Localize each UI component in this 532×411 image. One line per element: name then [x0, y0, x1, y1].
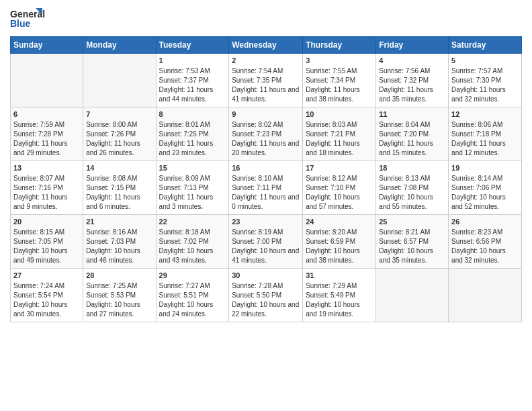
- calendar-body: 1Sunrise: 7:53 AMSunset: 7:37 PMDaylight…: [11, 54, 522, 322]
- day-info: Sunset: 5:50 PM: [232, 291, 300, 300]
- calendar-week-row: 27Sunrise: 7:24 AMSunset: 5:54 PMDayligh…: [11, 269, 522, 322]
- calendar-table: SundayMondayTuesdayWednesdayThursdayFrid…: [10, 36, 522, 322]
- day-info: Sunset: 7:32 PM: [379, 76, 445, 85]
- day-number: 23: [232, 217, 300, 227]
- day-info: Sunset: 7:11 PM: [232, 183, 300, 193]
- calendar-cell: 14Sunrise: 8:08 AMSunset: 7:15 PMDayligh…: [83, 161, 156, 215]
- weekday-header: Wednesday: [229, 37, 303, 54]
- day-info: Daylight: 10 hours and 30 minutes.: [13, 300, 80, 319]
- logo: GeneralBlue: [10, 7, 50, 31]
- calendar-cell: 29Sunrise: 7:27 AMSunset: 5:51 PMDayligh…: [156, 269, 229, 322]
- day-info: Sunrise: 7:54 AM: [232, 66, 300, 76]
- day-info: Sunset: 7:08 PM: [379, 183, 445, 193]
- day-info: Sunrise: 7:28 AM: [232, 281, 300, 291]
- day-info: Sunset: 6:56 PM: [451, 237, 519, 246]
- day-number: 3: [306, 56, 373, 66]
- day-info: Sunset: 7:16 PM: [13, 183, 80, 193]
- day-info: Daylight: 10 hours and 43 minutes.: [159, 246, 226, 265]
- day-info: Sunrise: 8:20 AM: [306, 228, 373, 237]
- day-info: Sunrise: 8:04 AM: [379, 120, 445, 130]
- day-info: Sunset: 7:26 PM: [86, 130, 152, 139]
- calendar-cell: 2Sunrise: 7:54 AMSunset: 7:35 PMDaylight…: [229, 54, 303, 107]
- calendar-cell: 27Sunrise: 7:24 AMSunset: 5:54 PMDayligh…: [11, 269, 83, 322]
- day-info: Daylight: 11 hours and 20 minutes.: [232, 139, 300, 158]
- day-info: Daylight: 11 hours and 9 minutes.: [13, 193, 80, 212]
- main-container: GeneralBlue SundayMondayTuesdayWednesday…: [0, 0, 532, 326]
- day-info: Sunrise: 7:24 AM: [13, 281, 80, 291]
- calendar-cell: 6Sunrise: 7:59 AMSunset: 7:28 PMDaylight…: [11, 107, 83, 161]
- logo-svg: GeneralBlue: [10, 7, 50, 31]
- day-info: Sunrise: 7:27 AM: [159, 281, 226, 291]
- day-number: 7: [86, 109, 152, 120]
- calendar-cell: 16Sunrise: 8:10 AMSunset: 7:11 PMDayligh…: [229, 161, 303, 215]
- day-number: 1: [159, 56, 226, 66]
- day-info: Sunrise: 7:55 AM: [306, 66, 373, 76]
- day-info: Sunrise: 8:14 AM: [451, 174, 519, 183]
- calendar-cell: 19Sunrise: 8:14 AMSunset: 7:06 PMDayligh…: [449, 161, 522, 215]
- day-info: Daylight: 11 hours and 0 minutes.: [232, 193, 300, 212]
- calendar-cell: 21Sunrise: 8:16 AMSunset: 7:03 PMDayligh…: [83, 215, 156, 269]
- day-number: 13: [13, 163, 80, 173]
- day-info: Sunrise: 8:07 AM: [13, 174, 80, 183]
- day-info: Sunset: 7:15 PM: [86, 183, 152, 193]
- calendar-cell: 26Sunrise: 8:23 AMSunset: 6:56 PMDayligh…: [449, 215, 522, 269]
- day-info: Sunrise: 8:13 AM: [379, 174, 445, 183]
- calendar-cell: 30Sunrise: 7:28 AMSunset: 5:50 PMDayligh…: [229, 269, 303, 322]
- day-info: Sunrise: 8:10 AM: [232, 174, 300, 183]
- day-info: Sunrise: 7:25 AM: [86, 281, 152, 291]
- day-info: Sunrise: 7:57 AM: [451, 66, 519, 76]
- day-info: Sunrise: 8:21 AM: [379, 228, 445, 237]
- day-info: Sunrise: 8:18 AM: [159, 228, 226, 237]
- svg-text:Blue: Blue: [10, 18, 31, 29]
- day-info: Daylight: 10 hours and 38 minutes.: [306, 246, 373, 265]
- day-info: Daylight: 10 hours and 22 minutes.: [232, 300, 300, 319]
- calendar-cell: 17Sunrise: 8:12 AMSunset: 7:10 PMDayligh…: [303, 161, 376, 215]
- day-info: Daylight: 10 hours and 35 minutes.: [379, 246, 445, 265]
- calendar-cell: 31Sunrise: 7:29 AMSunset: 5:49 PMDayligh…: [303, 269, 376, 322]
- day-number: 2: [232, 56, 300, 66]
- day-info: Sunrise: 8:02 AM: [232, 120, 300, 130]
- calendar-week-row: 6Sunrise: 7:59 AMSunset: 7:28 PMDaylight…: [11, 107, 522, 161]
- day-info: Daylight: 10 hours and 57 minutes.: [306, 193, 373, 212]
- calendar-cell: 4Sunrise: 7:56 AMSunset: 7:32 PMDaylight…: [376, 54, 449, 107]
- day-info: Sunrise: 7:53 AM: [159, 66, 226, 76]
- day-info: Sunrise: 8:15 AM: [13, 228, 80, 237]
- day-number: 18: [379, 163, 445, 173]
- day-info: Sunrise: 8:16 AM: [86, 228, 152, 237]
- day-info: Sunrise: 8:12 AM: [306, 174, 373, 183]
- day-info: Sunset: 7:06 PM: [451, 183, 519, 193]
- day-info: Sunrise: 8:23 AM: [451, 228, 519, 237]
- day-number: 8: [159, 109, 226, 120]
- calendar-cell: 13Sunrise: 8:07 AMSunset: 7:16 PMDayligh…: [11, 161, 83, 215]
- day-number: 16: [232, 163, 300, 173]
- day-info: Sunset: 7:20 PM: [379, 130, 445, 139]
- day-number: 27: [13, 271, 80, 281]
- calendar-cell: 12Sunrise: 8:06 AMSunset: 7:18 PMDayligh…: [449, 107, 522, 161]
- day-number: 11: [379, 109, 445, 120]
- day-info: Daylight: 11 hours and 26 minutes.: [86, 139, 152, 158]
- day-info: Sunset: 7:03 PM: [86, 237, 152, 246]
- calendar-cell: 10Sunrise: 8:03 AMSunset: 7:21 PMDayligh…: [303, 107, 376, 161]
- calendar-cell: [376, 269, 449, 322]
- day-info: Sunset: 7:05 PM: [13, 237, 80, 246]
- weekday-header: Saturday: [449, 37, 522, 54]
- weekday-header: Monday: [83, 37, 156, 54]
- day-number: 4: [379, 56, 445, 66]
- calendar-cell: 9Sunrise: 8:02 AMSunset: 7:23 PMDaylight…: [229, 107, 303, 161]
- calendar-cell: 5Sunrise: 7:57 AMSunset: 7:30 PMDaylight…: [449, 54, 522, 107]
- weekday-header: Sunday: [11, 37, 83, 54]
- day-info: Sunrise: 8:01 AM: [159, 120, 226, 130]
- day-number: 19: [451, 163, 519, 173]
- day-info: Daylight: 10 hours and 19 minutes.: [306, 300, 373, 319]
- day-info: Sunset: 7:13 PM: [159, 183, 226, 193]
- calendar-cell: [449, 269, 522, 322]
- day-info: Sunset: 7:25 PM: [159, 130, 226, 139]
- day-info: Sunset: 5:54 PM: [13, 291, 80, 300]
- calendar-cell: 20Sunrise: 8:15 AMSunset: 7:05 PMDayligh…: [11, 215, 83, 269]
- day-info: Daylight: 10 hours and 32 minutes.: [451, 246, 519, 265]
- day-info: Sunrise: 8:00 AM: [86, 120, 152, 130]
- calendar-cell: 15Sunrise: 8:09 AMSunset: 7:13 PMDayligh…: [156, 161, 229, 215]
- calendar-header: SundayMondayTuesdayWednesdayThursdayFrid…: [11, 37, 522, 54]
- calendar-cell: 11Sunrise: 8:04 AMSunset: 7:20 PMDayligh…: [376, 107, 449, 161]
- day-number: 12: [451, 109, 519, 120]
